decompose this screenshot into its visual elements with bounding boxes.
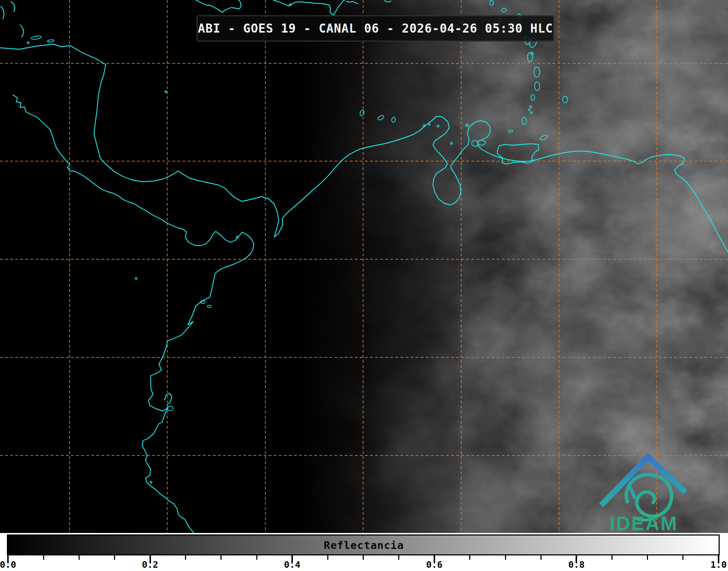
colorbar-minor-tick: [469, 555, 470, 560]
title-text: ABI - GOES 19 - CANAL 06 - 2026-04-26 05…: [198, 21, 553, 35]
colorbar-minor-tick: [505, 555, 506, 560]
colorbar-minor-tick: [185, 555, 186, 560]
colorbar-minor-tick: [256, 555, 257, 560]
colorbar-minor-tick: [220, 555, 222, 560]
colorbar: Reflectancia 0.00.20.40.60.81.0: [0, 533, 728, 571]
colorbar-minor-tick: [647, 555, 648, 560]
colorbar-tick-label: 0.8: [568, 559, 585, 570]
colorbar-tick-label: 0.2: [142, 559, 158, 570]
colorbar-minor-tick: [79, 555, 80, 560]
satellite-map: IDEAM: [0, 0, 728, 533]
colorbar-minor-tick: [682, 555, 683, 560]
colorbar-label: Reflectancia: [324, 539, 404, 551]
colorbar-tick-label: 1.0: [710, 559, 727, 570]
colorbar-minor-tick: [43, 555, 44, 560]
colorbar-minor-tick: [611, 555, 613, 560]
colorbar-minor-tick: [327, 555, 328, 560]
colorbar-tick-label: 0.4: [284, 559, 300, 570]
cloud-field: [0, 0, 728, 533]
satellite-image-viewer: IDEAM ABI - GOES 19 - CANAL 06 - 2026-04…: [0, 0, 728, 571]
colorbar-minor-tick: [363, 555, 364, 560]
title-banner: ABI - GOES 19 - CANAL 06 - 2026-04-26 05…: [197, 15, 554, 42]
colorbar-tick-label: 0.6: [426, 559, 442, 570]
colorbar-tick-label: 0.0: [0, 559, 16, 570]
logo-text: IDEAM: [610, 512, 678, 533]
colorbar-minor-tick: [114, 555, 115, 560]
colorbar-minor-tick: [398, 555, 399, 560]
colorbar-minor-tick: [540, 555, 542, 560]
